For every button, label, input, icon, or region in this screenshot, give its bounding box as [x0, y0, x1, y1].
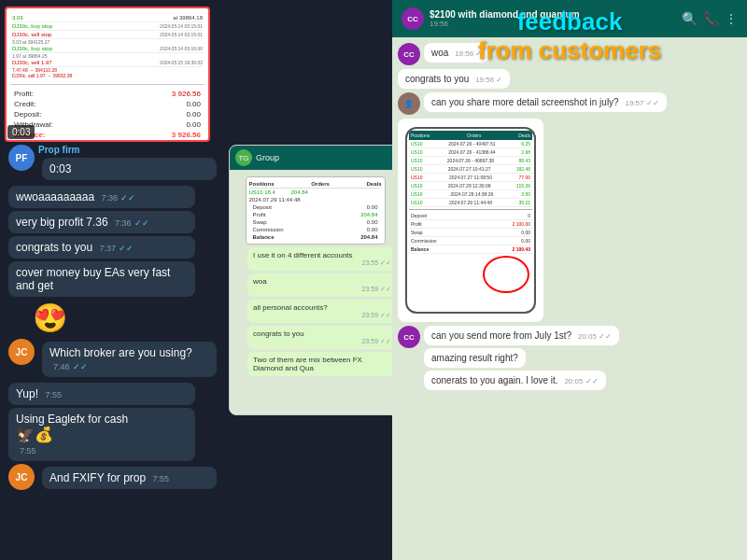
prop-firm-time-msg: 0:03 [42, 158, 217, 180]
left-chat-panel: 3.03at 39864.18 DJ30c, buy stop2024.05.1… [0, 0, 229, 560]
feedback-header: feedback from customers [392, 7, 747, 65]
middle-chat-body: PositionsOrdersDeals US10 18.4 204.84 20… [230, 170, 401, 415]
middle-bubble-congrats: congrats to you 23:59 ✓✓ [247, 326, 397, 349]
prop-firm-name: Prop firm [38, 145, 220, 155]
middle-bubble-personal: all personal accounts? 23:59 ✓✓ [247, 300, 397, 323]
fxify-time: 7:55 [153, 474, 170, 483]
trade-screenshot: 3.03at 39864.18 DJ30c, buy stop2024.05.1… [5, 7, 210, 142]
middle-bubble-woa-text: woa [253, 277, 267, 286]
jc-sender-bottom: JC And FXIFY for prop 7:55 [8, 464, 220, 492]
right-person-avatar-1: 👤 [398, 92, 420, 115]
middle-title: Group [256, 153, 279, 162]
jc-message-text: Which broker are you using? [49, 346, 192, 359]
middle-chat-header: TG Group [230, 146, 401, 170]
right-cc-row-2: CC can you send more from July 1st? 20:0… [398, 326, 741, 390]
middle-time-0: 23:55 ✓✓ [253, 259, 391, 267]
message-congrats-text: congrats to you [16, 241, 92, 254]
msg-time-1: 7:36 [115, 218, 132, 228]
fxify-message: And FXIFY for prop 7:55 [42, 467, 217, 489]
message-profit-text: very big profit 7.36 [16, 216, 108, 229]
trade-screenshot-wrapper: 3.03at 39864.18 DJ30c, buy stop2024.05.1… [5, 7, 210, 142]
middle-bubble-personal-text: all personal accounts? [253, 303, 328, 312]
prop-firm-time-text: 0:03 [49, 162, 71, 175]
right-msg-share: can you share more detail screenshot in … [424, 92, 667, 112]
jc-message: Which broker are you using? 7:46 ✓✓ [42, 342, 217, 377]
right-send-more-time: 20:05 ✓✓ [578, 332, 612, 341]
trade-row-4: US102024.07.27 10:41:27182.48 [409, 165, 532, 174]
msg-check-2: ✓✓ [119, 244, 134, 253]
right-msg-congrats: congrats to you 19:56 ✓ [398, 69, 510, 89]
prop-firm-avatar: PF [8, 145, 35, 171]
message-congrats: congrats to you 7:37 ✓✓ [8, 236, 195, 259]
right-conerats-time: 20:05 ✓✓ [564, 377, 598, 385]
middle-bubble-mix-text: Two of them are mix between FX Diamond a… [253, 356, 362, 372]
jc-content: Which broker are you using? 7:46 ✓✓ [38, 339, 220, 380]
right-congrats-time: 19:56 ✓ [475, 76, 502, 84]
jc-check: ✓✓ [73, 362, 88, 371]
trade-row-2: US102024.07.26 - 41386.442.68 [409, 148, 532, 157]
right-conerats-text: conerats to you again. I love it. [431, 375, 558, 385]
msg-check-0: ✓✓ [120, 193, 135, 203]
phone-header: PositionsOrdersDeals [409, 131, 532, 140]
middle-bubble-accounts: I use it on 4 different accounts 23:55 ✓… [247, 247, 397, 271]
profit-table: Profit:3 926.56 Credit:0.00 Deposit:0.00… [10, 84, 204, 140]
middle-time-3: 23:59 ✓✓ [253, 338, 391, 345]
eaglefx-time: 7:55 [20, 446, 36, 455]
trade-row-7: US102024.07.28 14:38:263.50 [409, 190, 532, 199]
phone-summary: Deposit0 Profit2 100.00 Swap0.00 Commiss… [409, 209, 532, 254]
right-cc-messages: can you send more from July 1st? 20:05 ✓… [424, 326, 619, 390]
red-circle-highlight [483, 256, 529, 293]
trade-row-8: US102024.07.29 11:44:4835.21 [409, 199, 532, 207]
right-cc-avatar-2: CC [398, 326, 420, 348]
right-send-more-text: can you send more from July 1st? [431, 330, 571, 341]
middle-chat-panel: TG Group PositionsOrdersDeals US10 18.4 … [229, 145, 402, 415]
message-very-big-profit: very big profit 7.36 7:36 ✓✓ [8, 211, 195, 233]
right-congrats-text: congrats to you [405, 74, 469, 84]
middle-screenshot: PositionsOrdersDeals US10 18.4 204.84 20… [246, 176, 386, 245]
yup-message: Yup! 7:55 [8, 383, 195, 405]
feedback-line2: from customers [392, 36, 747, 65]
middle-bubble-accounts-text: I use it on 4 different accounts [253, 251, 353, 259]
msg-time-2: 7:37 [99, 244, 116, 253]
jc-avatar: JC [8, 339, 35, 365]
yup-time: 7:55 [45, 390, 62, 399]
eaglefx-message: Using Eaglefx for cash 🦅💰 7:55 [8, 408, 195, 461]
right-share-time: 19:57 ✓✓ [625, 99, 658, 107]
middle-bubble-woa: woa 23:59 ✓✓ [247, 273, 397, 297]
eaglefx-text: Using Eaglefx for cash [16, 413, 128, 426]
msg-time-0: 7:36 [101, 193, 118, 203]
trade-row-5: US102024.07.27 11:08:5077.00 [409, 174, 532, 182]
phone-screenshot: PositionsOrdersDeals US102024.07.26 - 40… [405, 127, 536, 314]
right-msg-amazing: amazing result right? [424, 348, 526, 368]
jc-content-bottom: And FXIFY for prop 7:55 [38, 464, 220, 492]
middle-bubble-mix: Two of them are mix between FX Diamond a… [247, 352, 397, 376]
message-cover-text: cover money buy EAs very fast and get [16, 266, 170, 292]
msg-check-1: ✓✓ [134, 218, 149, 228]
middle-avatar: TG [235, 149, 252, 166]
trade-row-6: US102024.07.28 12:30:09115.26 [409, 182, 532, 190]
message-cover-money: cover money buy EAs very fast and get [8, 261, 195, 297]
right-chat-panel: CC $2100 with diamond and quantum 19:56 … [392, 0, 747, 560]
right-amazing-text: amazing result right? [431, 353, 518, 363]
jc-avatar-bottom: JC [8, 464, 35, 490]
feedback-line1: feedback [392, 7, 747, 36]
message-wwoaaa: wwoaaaaaaaaa 7:36 ✓✓ [8, 186, 195, 208]
message-wwoaaa-text: wwoaaaaaaaaa [16, 190, 94, 203]
middle-bubble-congrats-text: congrats to you [253, 329, 304, 338]
yup-text: Yup! [16, 387, 38, 400]
video-timer: 0:03 [7, 125, 35, 139]
jc-time: 7:46 [53, 362, 70, 371]
trade-row-3: US102024.07.26 - 40897.3888.43 [409, 157, 532, 165]
fxify-text: And FXIFY for prop [49, 471, 146, 484]
right-phone-screenshot-bubble: PositionsOrdersDeals US102024.07.26 - 40… [398, 119, 543, 322]
right-msg-send-more: can you send more from July 1st? 20:05 ✓… [424, 326, 619, 345]
emoji-message: 😍 [33, 301, 196, 334]
prop-firm-sender: PF Prop firm 0:03 [8, 145, 220, 183]
trade-row-1: US102024.07.26 - 40497.516.25 [409, 140, 532, 148]
middle-time-2: 23:59 ✓✓ [253, 312, 391, 319]
right-msg-conerats: conerats to you again. I love it. 20:05 … [424, 371, 606, 390]
right-share-text: can you share more detail screenshot in … [431, 97, 619, 107]
prop-firm-content: Prop firm 0:03 [38, 145, 220, 183]
right-msg-share-row: 👤 can you share more detail screenshot i… [398, 92, 741, 115]
middle-time-1: 23:59 ✓✓ [253, 286, 391, 293]
